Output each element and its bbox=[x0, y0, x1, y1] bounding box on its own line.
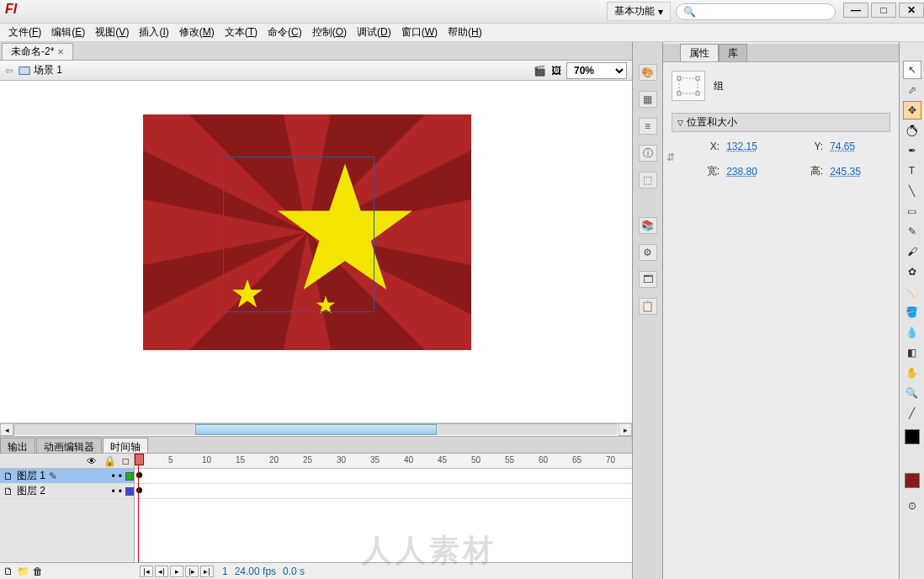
y-value[interactable]: 74.65 bbox=[830, 141, 890, 152]
delete-layer-button[interactable]: 🗑 bbox=[33, 566, 43, 577]
frames-area[interactable]: 1 5 10 15 20 25 30 35 40 45 50 55 60 65 bbox=[135, 454, 632, 562]
menu-window[interactable]: 窗口(W) bbox=[396, 23, 443, 42]
section-position-size[interactable]: ▽ 位置和大小 bbox=[672, 113, 890, 132]
step-fwd-button[interactable]: |▸ bbox=[185, 566, 199, 577]
frame-ruler[interactable]: 1 5 10 15 20 25 30 35 40 45 50 55 60 65 bbox=[135, 454, 632, 469]
maximize-button[interactable]: □ bbox=[871, 3, 896, 18]
hand-tool[interactable]: ✋ bbox=[903, 364, 921, 382]
layer-color-swatch[interactable] bbox=[125, 472, 134, 481]
pencil-tool[interactable]: ✎ bbox=[903, 222, 921, 241]
tab-timeline[interactable]: 时间轴 bbox=[103, 438, 148, 453]
menu-commands[interactable]: 命令(C) bbox=[263, 23, 307, 42]
scroll-right-icon[interactable]: ▸ bbox=[619, 423, 632, 436]
scroll-left-icon[interactable]: ◂ bbox=[0, 423, 13, 436]
line-tool[interactable]: ╲ bbox=[903, 182, 921, 200]
fill-color-swatch[interactable] bbox=[905, 473, 920, 488]
new-layer-button[interactable]: 🗋 bbox=[3, 566, 13, 577]
components-panel-icon[interactable]: ⚙ bbox=[639, 244, 657, 261]
menu-insert[interactable]: 插入(I) bbox=[134, 23, 173, 42]
menu-text[interactable]: 文本(T) bbox=[220, 23, 263, 42]
go-last-button[interactable]: ▸| bbox=[200, 566, 214, 577]
library-panel-icon[interactable]: 📚 bbox=[639, 217, 657, 234]
new-folder-button[interactable]: 📁 bbox=[17, 566, 29, 577]
bone-tool[interactable]: 🦴 bbox=[903, 283, 921, 301]
eye-icon[interactable]: 👁 bbox=[87, 455, 97, 467]
menu-control[interactable]: 控制(O) bbox=[307, 23, 352, 42]
status-frame: 1 bbox=[222, 566, 228, 577]
search-input[interactable] bbox=[696, 7, 828, 17]
frame-track-1[interactable] bbox=[135, 469, 632, 484]
lock-icon[interactable]: 🔒 bbox=[104, 455, 116, 467]
scene-name[interactable]: 场景 1 bbox=[34, 63, 62, 77]
tab-motion-editor[interactable]: 动画编辑器 bbox=[36, 438, 102, 453]
color-panel-icon[interactable]: 🎨 bbox=[639, 64, 657, 81]
pen-tool[interactable]: ✒ bbox=[903, 141, 921, 160]
search-box[interactable]: 🔍 bbox=[676, 3, 836, 20]
paint-bucket-tool[interactable]: 🪣 bbox=[903, 303, 921, 321]
info-panel-icon[interactable]: ⓘ bbox=[639, 145, 657, 162]
outline-icon[interactable]: □ bbox=[123, 455, 129, 467]
tab-output[interactable]: 输出 bbox=[0, 438, 35, 453]
minimize-button[interactable]: — bbox=[843, 3, 868, 18]
deco-tool[interactable]: ✿ bbox=[903, 263, 921, 281]
motion-presets-icon[interactable]: 🗔 bbox=[639, 271, 657, 288]
document-tab[interactable]: 未命名-2* ✕ bbox=[2, 43, 73, 60]
layer-row-2[interactable]: 🗋 图层 2 •• bbox=[0, 484, 134, 499]
stroke-color-swatch[interactable] bbox=[905, 429, 920, 444]
stroke-color-icon[interactable]: ╱ bbox=[903, 404, 921, 422]
lasso-tool[interactable]: ◯ bbox=[903, 121, 921, 140]
menu-modify[interactable]: 修改(M) bbox=[174, 23, 220, 42]
menu-debug[interactable]: 调试(D) bbox=[352, 23, 396, 42]
eyedropper-tool[interactable]: 💧 bbox=[903, 323, 921, 342]
stage[interactable] bbox=[0, 81, 632, 422]
app-logo: Fl bbox=[5, 2, 25, 22]
menu-edit[interactable]: 编辑(E) bbox=[46, 23, 90, 42]
x-value[interactable]: 132.15 bbox=[726, 141, 787, 152]
back-icon[interactable]: ⇦ bbox=[5, 65, 13, 77]
playhead[interactable] bbox=[136, 454, 145, 562]
go-first-button[interactable]: |◂ bbox=[140, 566, 153, 577]
play-button[interactable]: ▸ bbox=[170, 566, 183, 577]
close-tab-icon[interactable]: ✕ bbox=[57, 47, 64, 56]
text-tool[interactable]: T bbox=[903, 162, 921, 180]
link-dimensions-icon[interactable]: ⇵ bbox=[666, 151, 675, 163]
tab-properties[interactable]: 属性 bbox=[680, 44, 719, 61]
eraser-tool[interactable]: ◧ bbox=[903, 343, 921, 362]
free-transform-tool[interactable]: ✥ bbox=[903, 101, 921, 120]
document-tab-bar: 未命名-2* ✕ bbox=[0, 42, 632, 61]
svg-rect-12 bbox=[679, 78, 698, 93]
subselection-tool[interactable]: ⬀ bbox=[903, 81, 921, 99]
close-button[interactable]: ✕ bbox=[899, 3, 924, 18]
step-back-button[interactable]: ◂| bbox=[155, 566, 168, 577]
layer-color-swatch[interactable] bbox=[125, 487, 134, 496]
swatches-panel-icon[interactable]: ▦ bbox=[639, 91, 657, 108]
transform-panel-icon[interactable]: ⬚ bbox=[639, 172, 657, 189]
height-value[interactable]: 245.35 bbox=[830, 166, 890, 178]
horizontal-scrollbar[interactable]: ◂ ▸ bbox=[0, 422, 632, 436]
layer-row-1[interactable]: 🗋 图层 1 ✎ •• bbox=[0, 469, 134, 484]
frame-track-2[interactable] bbox=[135, 484, 632, 499]
menu-help[interactable]: 帮助(H) bbox=[443, 23, 487, 42]
menu-view[interactable]: 视图(V) bbox=[90, 23, 134, 42]
edit-symbol-icon[interactable]: 🖼 bbox=[551, 65, 561, 77]
zoom-select[interactable]: 70% bbox=[566, 62, 627, 79]
y-label: Y: bbox=[792, 141, 825, 152]
svg-rect-0 bbox=[19, 66, 29, 74]
snap-toggle[interactable]: ⊙ bbox=[903, 497, 921, 515]
project-panel-icon[interactable]: 📋 bbox=[639, 298, 657, 315]
align-panel-icon[interactable]: ≡ bbox=[639, 118, 657, 135]
twisty-icon: ▽ bbox=[677, 119, 683, 127]
tab-library[interactable]: 库 bbox=[719, 44, 747, 61]
workspace-switcher[interactable]: 基本功能 ▾ bbox=[607, 2, 671, 21]
edit-scene-icon[interactable]: 🎬 bbox=[534, 65, 546, 77]
brush-tool[interactable]: 🖌 bbox=[903, 242, 921, 261]
selection-box[interactable] bbox=[223, 157, 374, 312]
scroll-track[interactable] bbox=[13, 423, 619, 436]
rectangle-tool[interactable]: ▭ bbox=[903, 202, 921, 220]
menu-file[interactable]: 文件(F) bbox=[3, 23, 46, 42]
layer-type-icon: 🗋 bbox=[3, 486, 13, 497]
scroll-thumb[interactable] bbox=[195, 424, 437, 435]
zoom-tool[interactable]: 🔍 bbox=[903, 384, 921, 402]
selection-tool[interactable]: ↖ bbox=[903, 61, 921, 79]
width-value[interactable]: 238.80 bbox=[726, 166, 787, 178]
